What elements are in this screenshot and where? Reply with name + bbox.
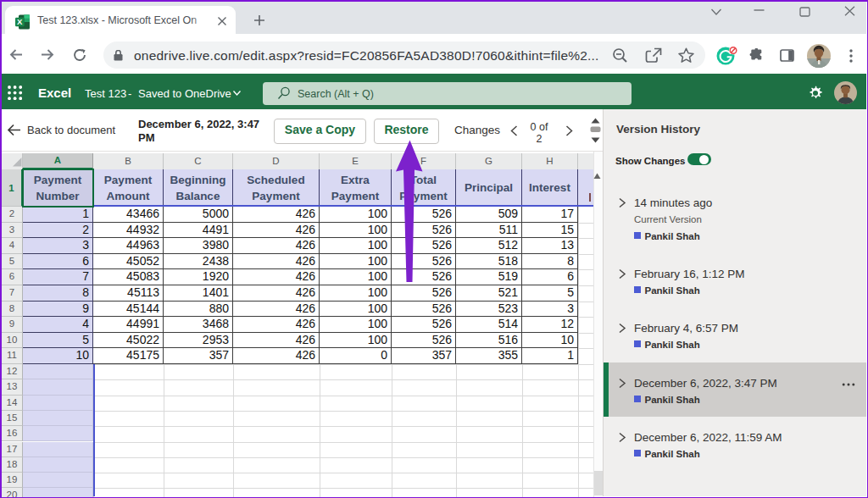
svg-text:X: X	[17, 17, 23, 26]
